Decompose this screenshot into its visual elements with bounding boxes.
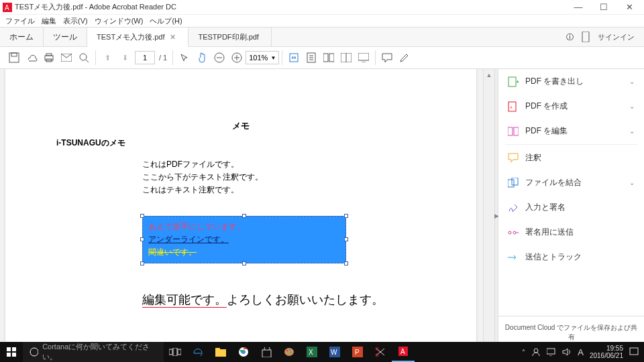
page-next-icon[interactable]: ⬇ — [116, 49, 133, 66]
tool-label: PDF を書き出し — [525, 76, 584, 87]
tray-volume-icon[interactable] — [562, 348, 572, 356]
search-icon[interactable] — [75, 49, 93, 66]
nav-home[interactable]: ホーム — [0, 27, 44, 46]
taskbar-chrome-icon[interactable] — [232, 342, 255, 362]
fit-page-icon[interactable] — [303, 49, 320, 66]
menu-file[interactable]: ファイル — [5, 16, 35, 26]
svg-point-60 — [534, 349, 538, 353]
resize-handle[interactable] — [140, 214, 144, 218]
taskbar-edge-icon[interactable] — [186, 342, 209, 362]
windows-taskbar: Cortanaに何か聞いてみてください。 X W P A ˄ A 19:55 2… — [0, 342, 644, 362]
tray-ime-icon[interactable]: A — [578, 347, 584, 357]
resize-handle[interactable] — [140, 261, 144, 265]
tool-export[interactable]: PDF を書き出し ⌄ — [498, 69, 644, 94]
page-view-icon[interactable] — [320, 49, 337, 66]
tool-send-track[interactable]: 送信とトラック — [498, 245, 644, 269]
menu-window[interactable]: ウィンドウ(W) — [95, 16, 144, 26]
page-prev-icon[interactable]: ⬆ — [99, 49, 116, 66]
clock-date: 2016/06/21 — [590, 352, 623, 359]
taskbar-explorer-icon[interactable] — [209, 342, 232, 362]
comment-icon[interactable] — [378, 49, 396, 66]
document-viewer[interactable]: メモ i-TSUNAGUのメモ これはPDFファイルです。 ここから下がテキスト… — [0, 69, 494, 362]
maximize-button[interactable]: ☐ — [596, 2, 612, 12]
fit-width-icon[interactable] — [285, 49, 303, 66]
svg-text:W: W — [331, 349, 337, 356]
taskbar-snip-icon[interactable] — [369, 342, 392, 362]
resize-handle[interactable] — [140, 237, 144, 241]
scroll-track[interactable] — [484, 80, 494, 351]
close-button[interactable]: ✕ — [621, 2, 637, 12]
taskbar-powerpoint-icon[interactable]: P — [346, 342, 369, 362]
zoom-out-icon[interactable] — [211, 49, 228, 66]
svg-point-47 — [286, 350, 288, 351]
svg-rect-22 — [358, 53, 369, 60]
chevron-down-icon: ▼ — [270, 55, 276, 61]
cortana-search[interactable]: Cortanaに何か聞いてみてください。 — [23, 342, 164, 362]
taskbar-word-icon[interactable]: W — [323, 342, 346, 362]
save-icon[interactable] — [5, 49, 23, 66]
tab-active[interactable]: TESTメモ入力後.pdf ✕ — [87, 27, 189, 47]
zoom-select[interactable]: 101%▼ — [246, 51, 279, 64]
resize-handle[interactable] — [344, 214, 348, 218]
tool-combine[interactable]: ファイルを結合 ⌄ — [498, 170, 644, 195]
tray-network-icon[interactable] — [547, 348, 556, 356]
scrollbar-vertical[interactable]: ▲ ▼ — [483, 69, 494, 362]
scroll-up-icon[interactable]: ▲ — [484, 69, 494, 80]
svg-rect-24 — [508, 77, 516, 86]
minimize-button[interactable]: — — [570, 2, 586, 12]
tray-up-icon[interactable]: ˄ — [522, 349, 525, 356]
page-input[interactable] — [135, 51, 155, 64]
tray-clock[interactable]: 19:55 2016/06/21 — [590, 345, 623, 359]
highlight-icon[interactable] — [396, 49, 413, 66]
sign-icon — [508, 202, 519, 213]
tray-notifications-icon[interactable] — [629, 347, 639, 357]
select-tool-icon[interactable] — [176, 49, 193, 66]
svg-rect-28 — [514, 127, 519, 135]
svg-point-9 — [80, 54, 87, 60]
svg-rect-4 — [11, 53, 17, 56]
taskview-icon[interactable] — [164, 342, 186, 362]
taskbar-excel-icon[interactable]: X — [301, 342, 323, 362]
resize-handle[interactable] — [242, 214, 246, 218]
tool-comment[interactable]: 注釈 — [498, 145, 644, 170]
tool-label: PDF を作成 — [525, 101, 568, 112]
svg-point-32 — [513, 231, 516, 234]
screen-icon[interactable] — [355, 49, 372, 66]
tool-sign[interactable]: 入力と署名 — [498, 195, 644, 220]
read-mode-icon[interactable] — [337, 49, 355, 66]
help-icon[interactable]: ⓘ — [566, 32, 574, 42]
tool-create[interactable]: +PDF を作成 ⌄ — [498, 94, 644, 119]
menu-view[interactable]: 表示(V) — [63, 16, 88, 26]
taskbar-acrobat-icon[interactable]: A — [392, 342, 415, 362]
resize-handle[interactable] — [344, 261, 348, 265]
tool-send-sign[interactable]: 署名用に送信 — [498, 220, 644, 245]
cloud-icon[interactable] — [23, 49, 40, 66]
hand-tool-icon[interactable] — [193, 49, 211, 66]
start-button[interactable] — [0, 342, 23, 362]
taskbar-paint-icon[interactable] — [278, 342, 301, 362]
menu-help[interactable]: ヘルプ(H) — [150, 16, 182, 26]
nav-right: ⓘ サインイン — [557, 27, 644, 46]
mail-icon[interactable] — [58, 49, 75, 66]
cortana-placeholder: Cortanaに何か聞いてみてください。 — [42, 342, 157, 362]
mobile-icon[interactable] — [582, 32, 590, 42]
tool-edit[interactable]: PDF を編集 ⌄ — [498, 119, 644, 143]
resize-handle[interactable] — [242, 261, 246, 265]
svg-rect-36 — [12, 353, 16, 357]
tray-people-icon[interactable] — [531, 348, 541, 356]
svg-text:X: X — [309, 349, 313, 356]
signin-link[interactable]: サインイン — [598, 32, 635, 42]
svg-point-46 — [284, 348, 294, 356]
tab-close-icon[interactable]: ✕ — [170, 33, 176, 42]
menu-edit[interactable]: 編集 — [42, 16, 56, 26]
svg-text:P: P — [355, 349, 360, 356]
text-annotation[interactable]: あえて派手にしています。 アンダーラインです。 間違いです。 — [142, 216, 346, 264]
zoom-in-icon[interactable] — [228, 49, 246, 66]
taskbar-store-icon[interactable] — [255, 342, 278, 362]
tool-label: PDF を編集 — [525, 125, 568, 137]
print-icon[interactable] — [40, 49, 58, 66]
nav-tools[interactable]: ツール — [44, 27, 87, 46]
tab-inactive[interactable]: TESTPDF印刷.pdf — [189, 27, 271, 46]
clock-time: 19:55 — [590, 345, 623, 352]
resize-handle[interactable] — [344, 237, 348, 241]
